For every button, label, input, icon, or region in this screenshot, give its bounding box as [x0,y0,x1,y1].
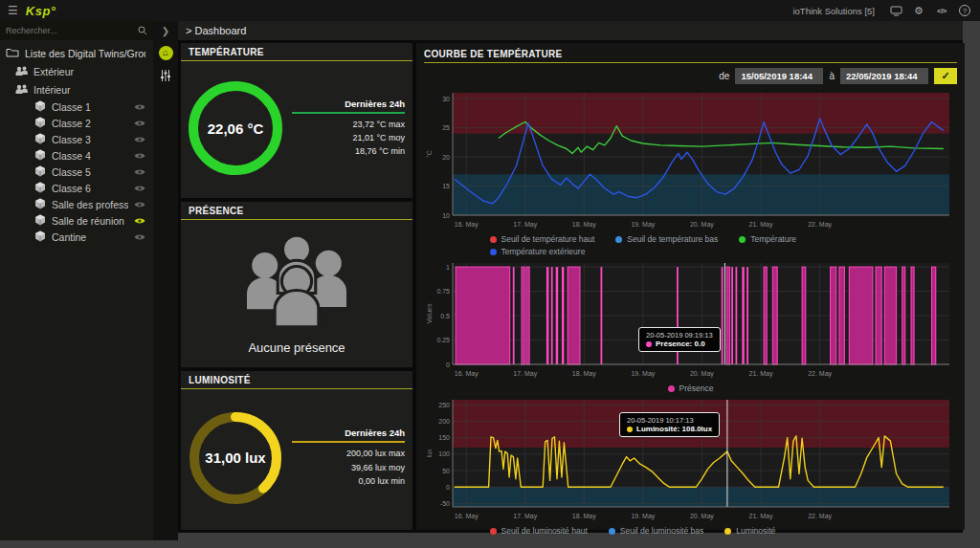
sidebar-room[interactable]: Cantine [0,229,153,245]
eye-icon[interactable] [134,152,145,160]
legend-label: Seuil de luminosité bas [620,526,703,536]
svg-text:°C: °C [426,150,433,158]
menu-icon[interactable]: ☰ [8,4,18,17]
svg-text:0.25: 0.25 [436,337,450,343]
legend-item[interactable]: Présence [668,384,714,393]
home-icon[interactable]: ⌂ [159,46,173,60]
sidebar-room[interactable]: Classe 4 [0,147,153,164]
date-range-controls: de à ✓ [424,64,957,87]
svg-text:22. May: 22. May [808,221,832,229]
legend-label: Seuil de luminosité haut [501,526,588,536]
svg-text:15: 15 [442,183,450,189]
svg-text:0: 0 [446,484,450,491]
sidebar-room[interactable]: Salle de réunion [0,212,153,229]
digital-twins-tree: Liste des Digital Twins/Groupes Extérieu… [0,40,153,245]
svg-text:18. May: 18. May [572,221,596,229]
legend-label: Température extérieure [501,247,586,256]
svg-text:250: 250 [438,402,450,408]
sidebar-room[interactable]: Classe 1 [0,99,153,115]
svg-text:18. May: 18. May [572,370,596,378]
svg-text:0.5: 0.5 [440,313,450,319]
tree-root[interactable]: Liste des Digital Twins/Groupes [0,44,153,62]
eye-icon[interactable] [134,168,145,176]
legend-item[interactable]: Seuil de température haut [490,234,595,244]
code-icon[interactable]: </> [934,4,949,17]
room-label: Classe 6 [52,183,128,194]
luminosity-chart-wrap: -5005010015020025016. May17. May18. May1… [424,395,957,525]
tooltip-value: Présence: 0.0 [656,340,705,348]
account-label: ioThink Solutions [5] [792,6,875,16]
eye-icon[interactable] [134,136,145,143]
group-icon [15,84,28,96]
temperature-avg: 21,01 °C moy [292,131,405,144]
temperature-card: TEMPÉRATURE 22,06 °C Dernières 24h 23,72… [181,43,412,198]
date-from-input[interactable] [735,68,823,84]
eye-icon[interactable] [134,103,145,111]
svg-text:200: 200 [438,418,450,425]
svg-text:16. May: 16. May [455,221,479,229]
eye-icon[interactable] [134,217,145,225]
widgets-column: TEMPÉRATURE 22,06 °C Dernières 24h 23,72… [181,43,412,530]
help-icon[interactable]: ? [957,4,972,17]
folder-icon [6,47,19,59]
legend-item[interactable]: Seuil de luminosité bas [609,526,703,536]
sidebar-room[interactable]: Classe 6 [0,180,153,196]
search-input[interactable] [6,26,138,35]
legend-label: Seuil de température haut [501,234,595,244]
filters-icon[interactable] [160,68,171,85]
legend-dot [490,528,497,535]
collapse-sidebar-icon[interactable]: ❯ [162,21,169,40]
legend-item[interactable]: Luminosité [724,526,775,536]
room-label: Classe 2 [52,118,128,129]
temperature-curve-panel: COURBE DE TEMPÉRATURE de à ✓ 10152025301… [416,43,965,530]
people-group-icon [234,230,359,333]
temperature-chart[interactable]: 101520253016. May17. May18. May19. May20… [424,88,957,230]
group-label: Intérieur [33,84,145,96]
cube-icon [34,230,46,244]
tree-root-label: Liste des Digital Twins/Groupes [25,48,145,59]
sidebar-group[interactable]: Intérieur [0,80,153,99]
dashboard-content: TEMPÉRATURE 22,06 °C Dernières 24h 23,72… [178,40,963,533]
legend-dot [668,385,675,392]
legend-item[interactable]: Température extérieure [490,247,586,256]
eye-icon[interactable] [134,185,145,192]
legend-dot [490,249,497,255]
svg-text:22. May: 22. May [808,513,832,520]
top-bar: ☰ Ksp° ioThink Solutions [5] ⚙ </> ? [0,0,980,21]
eye-icon[interactable] [134,233,145,241]
date-to-label: à [829,71,835,81]
presence-chart[interactable]: 00.250.50.75116. May17. May18. May19. Ma… [424,258,957,379]
svg-text:17. May: 17. May [513,221,537,229]
luminosity-stats: Dernières 24h 200,00 lux max 39,66 lux m… [292,427,405,488]
eye-icon[interactable] [134,201,145,208]
apply-daterange-button[interactable]: ✓ [934,68,957,84]
sidebar-room[interactable]: Classe 3 [0,131,153,147]
sidebar-room[interactable]: Classe 2 [0,115,153,131]
date-to-input[interactable] [840,68,928,84]
search-icon[interactable] [138,22,147,39]
eye-icon[interactable] [134,120,145,127]
svg-text:22. May: 22. May [808,370,832,378]
legend-item[interactable]: Seuil de température bas [615,234,718,244]
gear-icon[interactable]: ⚙ [911,4,926,17]
cube-icon [34,133,46,146]
legend-item[interactable]: Seuil de luminosité haut [490,526,588,536]
svg-text:21. May: 21. May [749,370,773,378]
legend-dot [490,236,497,243]
luminosity-avg: 39,66 lux moy [292,461,405,474]
sidebar-room[interactable]: Classe 5 [0,164,153,180]
legend-dot [615,236,622,243]
temperature-value: 22,06 °C [208,121,264,137]
sidebar-group[interactable]: Extérieur [0,62,153,80]
legend-item[interactable]: Température [739,234,796,244]
date-from-label: de [719,71,729,81]
svg-text:150: 150 [438,434,450,441]
monitor-icon[interactable] [888,4,903,17]
breadcrumb: > Dashboard [178,21,963,40]
svg-text:20: 20 [442,154,450,161]
svg-text:10: 10 [442,212,450,219]
luminosity-value: 31,00 lux [189,411,282,505]
group-icon [15,66,28,77]
cube-icon [34,149,46,163]
sidebar-room[interactable]: Salle des professeurs [0,196,153,212]
